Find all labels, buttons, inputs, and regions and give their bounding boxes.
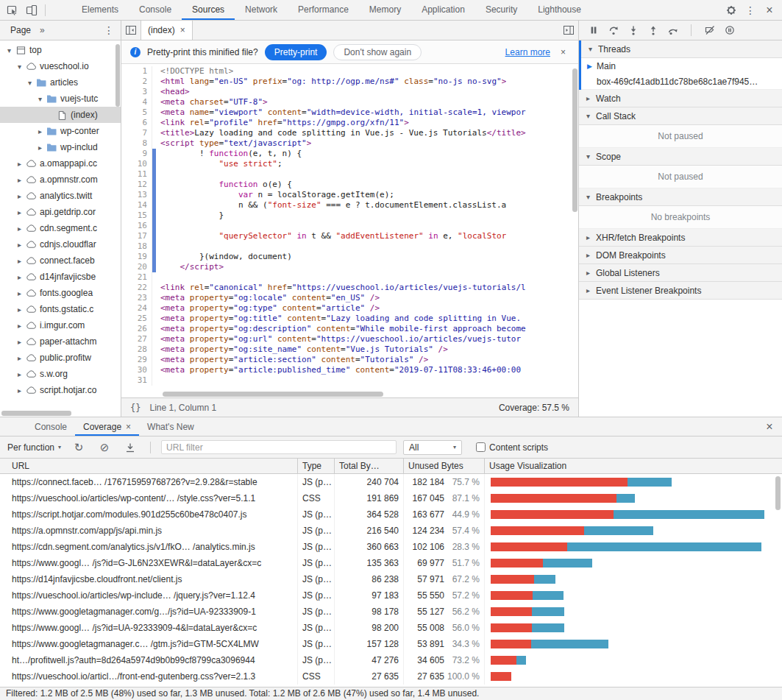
- drawer-tab-console[interactable]: Console: [26, 417, 75, 436]
- section-header-threads[interactable]: ▾Threads: [581, 40, 782, 58]
- drawer-tab-what-s-new[interactable]: What's New: [139, 417, 202, 436]
- drawer-tab-coverage[interactable]: Coverage×: [75, 417, 139, 436]
- tree-item-fonts-googlea[interactable]: ▸fonts.googlea: [0, 285, 121, 301]
- close-devtools-icon[interactable]: ×: [760, 1, 779, 20]
- tree-item-articles[interactable]: ▾articles: [0, 74, 121, 91]
- tab-elements[interactable]: Elements: [71, 0, 129, 20]
- tab-lighthouse[interactable]: Lighthouse: [527, 0, 591, 20]
- toggle-debugger-icon[interactable]: [559, 21, 578, 40]
- line-number[interactable]: 8: [121, 138, 152, 149]
- content-scripts-toggle[interactable]: Content scripts: [476, 442, 548, 453]
- tree-item-wp-conter[interactable]: ▸wp-conter: [0, 123, 121, 139]
- table-row[interactable]: https://script.hotjar.com/modules.901d25…: [0, 506, 782, 523]
- line-number[interactable]: 22: [121, 283, 152, 293]
- table-row[interactable]: https://connect.faceb… /176715959768726?…: [0, 474, 782, 490]
- section-header-global-listeners[interactable]: ▸Global Listeners: [579, 264, 782, 282]
- table-row[interactable]: https://www.googletagmanager.c… /gtm.js?…: [0, 636, 782, 652]
- chevron-right-icon[interactable]: ▸: [15, 370, 24, 378]
- line-number[interactable]: 15: [121, 211, 152, 221]
- line-number[interactable]: 21: [121, 272, 152, 283]
- table-row[interactable]: https://www.googletagmanager.com/g…/js?i…: [0, 604, 782, 620]
- tree-item-a-opmnstr-com[interactable]: ▸a.opmnstr.com: [0, 172, 121, 188]
- line-number[interactable]: 24: [121, 303, 152, 314]
- line-number[interactable]: 10: [121, 159, 152, 169]
- navigator-more-icon[interactable]: ⋮: [102, 21, 116, 40]
- table-row[interactable]: https://vueschool.io/articl…/front-end-g…: [0, 668, 782, 685]
- tree-item-index[interactable]: (index): [0, 107, 121, 123]
- tree-item-paper-attachm[interactable]: ▸paper-attachm: [0, 333, 121, 350]
- thread-item-box-469cf41adb11dc78[interactable]: box-469cf41adb11dc78be68c1ae7f945…: [581, 74, 782, 89]
- column-header-unused-bytes[interactable]: Unused Bytes: [403, 459, 484, 473]
- line-number[interactable]: 1: [121, 66, 152, 77]
- column-header-total-bytes[interactable]: Total By…: [334, 459, 403, 473]
- editor-horizontal-scrollbar[interactable]: [163, 392, 383, 397]
- navigator-vertical-scrollbar[interactable]: [115, 44, 120, 107]
- line-number[interactable]: 7: [121, 128, 152, 138]
- more-menu-icon[interactable]: ⋮: [741, 1, 760, 20]
- column-header-usage-visualization[interactable]: Usage Visualization: [484, 459, 782, 473]
- line-number[interactable]: 14: [121, 200, 152, 211]
- close-icon[interactable]: ×: [557, 47, 569, 57]
- tab-sources[interactable]: Sources: [182, 0, 235, 20]
- section-header-call-stack[interactable]: ▾Call Stack: [579, 107, 782, 125]
- coverage-mode-select[interactable]: Per function ▾: [6, 442, 63, 453]
- learn-more-link[interactable]: Learn more: [505, 47, 550, 57]
- pretty-print-button[interactable]: Pretty-print: [265, 44, 327, 60]
- chevron-right-icon[interactable]: ▸: [15, 354, 24, 362]
- chevron-down-icon[interactable]: ▾: [25, 79, 35, 87]
- editor-tab-index[interactable]: (index) ×: [141, 21, 193, 40]
- line-number[interactable]: 20: [121, 262, 152, 272]
- chevron-right-icon[interactable]: ▸: [15, 322, 24, 330]
- pause-on-exceptions-icon[interactable]: [724, 25, 735, 36]
- line-number[interactable]: 30: [121, 365, 152, 375]
- tree-item-vueschool-io[interactable]: ▾vueschool.io: [0, 58, 121, 74]
- tree-item-s-w-org[interactable]: ▸s.w.org: [0, 366, 121, 382]
- line-number[interactable]: 31: [121, 375, 152, 386]
- chevron-down-icon[interactable]: ▾: [35, 95, 45, 103]
- chevron-right-icon[interactable]: ▸: [15, 176, 24, 184]
- tree-item-a-omappapi-cc[interactable]: ▸a.omappapi.cc: [0, 155, 121, 172]
- tree-item-i-imgur-com[interactable]: ▸i.imgur.com: [0, 317, 121, 333]
- content-scripts-checkbox[interactable]: [476, 442, 486, 452]
- line-number[interactable]: 18: [121, 241, 152, 252]
- line-number[interactable]: 9: [121, 149, 152, 159]
- tree-item-d14jnfavjicsbe[interactable]: ▸d14jnfavjicsbe: [0, 269, 121, 285]
- step-icon[interactable]: [667, 25, 678, 36]
- tab-overflow-icon[interactable]: »: [37, 25, 48, 35]
- section-header-scope[interactable]: ▾Scope: [579, 148, 782, 166]
- navigator-horizontal-scrollbar[interactable]: [1, 411, 71, 416]
- line-number[interactable]: 28: [121, 344, 152, 355]
- line-number[interactable]: 26: [121, 324, 152, 334]
- tree-item-cdn-segment-c[interactable]: ▸cdn.segment.c: [0, 220, 121, 236]
- tree-item-script-hotjar-co[interactable]: ▸script.hotjar.co: [0, 382, 121, 398]
- section-header-watch[interactable]: ▸Watch: [579, 90, 782, 107]
- table-row[interactable]: https://www.googl… /js?id=UA-92333909-4&…: [0, 620, 782, 636]
- line-number[interactable]: 11: [121, 169, 152, 180]
- step-into-icon[interactable]: [628, 25, 639, 36]
- line-number[interactable]: 12: [121, 180, 152, 190]
- step-over-icon[interactable]: [608, 25, 619, 36]
- tree-item-cdnjs-cloudflar[interactable]: ▸cdnjs.cloudflar: [0, 236, 121, 252]
- line-number[interactable]: 16: [121, 221, 152, 231]
- chevron-right-icon[interactable]: ▸: [15, 338, 24, 346]
- chevron-right-icon[interactable]: ▸: [15, 289, 24, 297]
- chevron-right-icon[interactable]: ▸: [15, 305, 24, 314]
- tree-item-vuejs-tutc[interactable]: ▾vuejs-tutc: [0, 91, 121, 107]
- table-row[interactable]: https://vueschool.io/articles/wp-content…: [0, 490, 782, 506]
- step-out-icon[interactable]: [647, 25, 658, 36]
- clear-icon[interactable]: ⊘: [95, 438, 114, 457]
- line-number[interactable]: 27: [121, 334, 152, 344]
- format-braces-icon[interactable]: {}: [130, 403, 141, 413]
- url-filter-input[interactable]: [161, 440, 397, 454]
- drawer-vertical-scrollbar[interactable]: [775, 476, 781, 510]
- tab-page[interactable]: Page: [4, 21, 37, 40]
- line-number[interactable]: 4: [121, 97, 152, 107]
- dont-show-again-button[interactable]: Don't show again: [333, 44, 422, 60]
- device-toolbar-icon[interactable]: [22, 1, 41, 20]
- pause-script-icon[interactable]: [588, 25, 599, 36]
- settings-gear-icon[interactable]: [722, 1, 741, 20]
- tree-item-fonts-gstatic-c[interactable]: ▸fonts.gstatic.c: [0, 301, 121, 317]
- chevron-right-icon[interactable]: ▸: [15, 257, 24, 265]
- tree-item-connect-faceb[interactable]: ▸connect.faceb: [0, 252, 121, 269]
- line-number[interactable]: 23: [121, 293, 152, 303]
